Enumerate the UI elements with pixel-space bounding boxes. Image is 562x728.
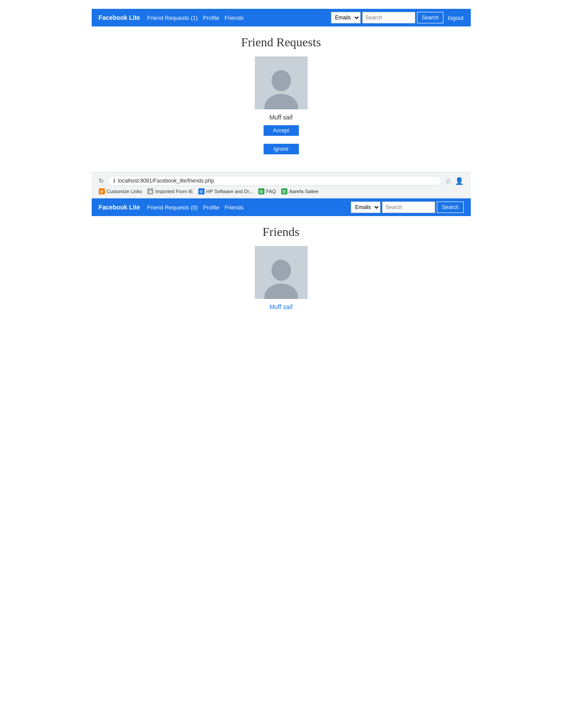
friend-requests-content: Friend Requests Muff saif Accept Ignore xyxy=(92,35,471,154)
friends-user-name-link[interactable]: Muff saif xyxy=(255,303,308,310)
top-brand: Facebook Lite xyxy=(99,14,140,21)
top-search-form: Emails Search logout xyxy=(331,12,463,23)
bookmarks-bar: ⚙ Customize Links ■ Imported From IE ⚙ H… xyxy=(99,188,464,194)
bookmark-label-faq: FAQ xyxy=(266,189,276,194)
bookmark-customize-links[interactable]: ⚙ Customize Links xyxy=(99,188,142,194)
browser-chrome-divider: ↻ ℹ localhost:8081/Facebook_lite/friends… xyxy=(92,172,471,198)
person-icon[interactable]: 👤 xyxy=(455,177,464,185)
address-bar-row: ↻ ℹ localhost:8081/Facebook_lite/friends… xyxy=(99,176,464,186)
svg-point-2 xyxy=(272,260,291,281)
bookmark-label-hp: HP Software and Dr... xyxy=(206,189,253,194)
address-bar[interactable]: ℹ localhost:8081/Facebook_lite/friends.p… xyxy=(108,176,442,186)
nav-link-friends[interactable]: Friends xyxy=(224,15,243,21)
bookmark-icon-customize: ⚙ xyxy=(99,188,105,194)
bookmark-icon-hp: ⚙ xyxy=(198,188,205,194)
bookmark-label-customize: Customize Links xyxy=(107,189,142,194)
bottom-avatar-image xyxy=(255,246,308,299)
bookmark-label-imported: Imported From IE xyxy=(155,189,193,194)
friend-requests-section: Facebook Lite Friend Requests (1) Profil… xyxy=(0,0,562,172)
friend-request-avatar-container: Muff saif Accept Ignore xyxy=(255,56,308,154)
bookmark-icon-imported: ■ xyxy=(147,188,153,194)
friends-section: Facebook Lite Friend Requests (0) Profil… xyxy=(0,198,562,328)
top-user-name: Muff saif xyxy=(255,114,308,121)
address-url-text: localhost:8081/Facebook_lite/friends.php xyxy=(118,178,214,184)
nav-link-profile[interactable]: Profile xyxy=(203,15,220,21)
bottom-nav-link-profile[interactable]: Profile xyxy=(203,204,220,211)
top-avatar-svg xyxy=(261,65,301,109)
svg-point-1 xyxy=(264,94,298,109)
bottom-search-input[interactable] xyxy=(382,202,435,213)
top-search-input[interactable] xyxy=(362,12,415,23)
bottom-brand: Facebook Lite xyxy=(99,204,140,211)
bottom-nav-link-friend-requests[interactable]: Friend Requests (0) xyxy=(147,204,198,211)
bookmark-icon-faq: ⚙ xyxy=(258,188,264,194)
friends-avatar-container: Muff saif xyxy=(255,246,308,310)
friends-content: Friends Muff saif xyxy=(92,225,471,310)
friend-request-actions: Accept Ignore xyxy=(255,125,308,154)
top-nav-links: Friend Requests (1) Profile Friends xyxy=(147,15,331,21)
svg-point-3 xyxy=(264,284,298,299)
bookmark-faq[interactable]: ⚙ FAQ xyxy=(258,188,276,194)
bottom-navbar: Facebook Lite Friend Requests (0) Profil… xyxy=(92,198,471,216)
top-avatar-image xyxy=(255,56,308,109)
top-navbar: Facebook Lite Friend Requests (1) Profil… xyxy=(92,9,471,26)
bookmark-label-aarefa: Aarefa Saitee xyxy=(289,189,319,194)
bottom-nav-link-friends[interactable]: Friends xyxy=(224,204,243,211)
info-icon: ℹ xyxy=(113,178,115,184)
top-search-category-select[interactable]: Emails xyxy=(331,12,361,23)
bookmark-icon-aarefa: ⚙ xyxy=(281,188,287,194)
bottom-search-button[interactable]: Search xyxy=(437,202,463,213)
bookmark-imported[interactable]: ■ Imported From IE xyxy=(147,188,193,194)
bookmark-aarefa[interactable]: ⚙ Aarefa Saitee xyxy=(281,188,319,194)
bottom-search-form: Emails Search xyxy=(351,202,463,213)
top-search-button[interactable]: Search xyxy=(417,12,443,23)
bookmark-star-icon[interactable]: ☆ xyxy=(445,177,451,185)
accept-button[interactable]: Accept xyxy=(264,125,299,136)
page-title-friends: Friends xyxy=(92,225,471,239)
svg-point-0 xyxy=(272,70,291,91)
ignore-button[interactable]: Ignore xyxy=(264,144,299,154)
bottom-avatar-svg xyxy=(261,255,301,299)
logout-link[interactable]: logout xyxy=(448,15,463,21)
page-title-friend-requests: Friend Requests xyxy=(92,35,471,49)
reload-icon[interactable]: ↻ xyxy=(99,177,104,184)
nav-link-friend-requests[interactable]: Friend Requests (1) xyxy=(147,15,198,21)
bottom-nav-links: Friend Requests (0) Profile Friends xyxy=(147,204,351,211)
bookmark-hp-software[interactable]: ⚙ HP Software and Dr... xyxy=(198,188,253,194)
bottom-search-category-select[interactable]: Emails xyxy=(351,202,380,213)
